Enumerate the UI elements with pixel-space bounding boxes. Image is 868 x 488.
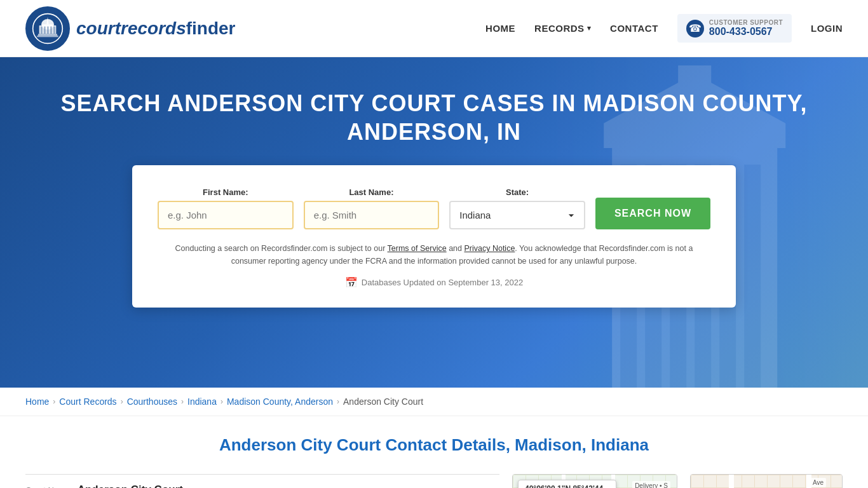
detail-row-court-name: Court Name: Anderson City Court	[25, 474, 499, 488]
breadcrumb-home[interactable]: Home	[25, 396, 49, 407]
state-field-group: State: Indiana Alabama Alaska Arizona Ca…	[449, 187, 585, 229]
search-button[interactable]: SEARCH NOW	[595, 198, 710, 229]
first-name-field-group: First Name:	[158, 187, 294, 229]
breadcrumb-sep-2: ›	[121, 397, 123, 406]
hero-title: SEARCH ANDERSON CITY COURT CASES IN MADI…	[25, 89, 843, 146]
svg-rect-7	[50, 26, 52, 34]
breadcrumb-sep-4: ›	[220, 397, 223, 406]
phone-icon: ☎	[686, 20, 704, 37]
last-name-input[interactable]	[304, 201, 440, 229]
breadcrumb-madison-county[interactable]: Madison County, Anderson	[227, 396, 333, 407]
section-title: Anderson City Court Contact Details, Mad…	[25, 435, 843, 455]
map2-road-v1	[729, 475, 734, 488]
svg-rect-4	[41, 26, 43, 34]
search-card: First Name: Last Name: State: Indiana Al…	[132, 165, 736, 308]
header: courtrecordsfinder HOME RECORDS ▾ CONTAC…	[0, 0, 868, 57]
last-name-field-group: Last Name:	[304, 187, 440, 229]
delivery-label: Delivery • S	[632, 481, 670, 488]
search-fields: First Name: Last Name: State: Indiana Al…	[158, 187, 710, 229]
logo-area: courtrecordsfinder	[25, 6, 236, 51]
breadcrumb-indiana[interactable]: Indiana	[187, 396, 217, 407]
svg-rect-6	[47, 26, 49, 34]
map-coords: 40°06'00.1"N 85°42'44...	[525, 484, 609, 488]
svg-rect-8	[53, 26, 55, 34]
logo-text: courtrecordsfinder	[76, 18, 236, 39]
terms-link[interactable]: Terms of Service	[388, 244, 447, 253]
map-area-2[interactable]: Ave Rail O'Re 📍	[690, 474, 843, 488]
map2-ave-label: Ave	[810, 478, 826, 487]
map-area-1: Delivery • S 40°06'00.1"N 85°42'44... Vi…	[512, 474, 677, 488]
breadcrumb-court-records[interactable]: Court Records	[59, 396, 116, 407]
court-name-value: Anderson City Court	[78, 484, 183, 488]
main-nav: HOME RECORDS ▾ CONTACT ☎ CUSTOMER SUPPOR…	[485, 14, 843, 43]
details-layout: Court Name: Anderson City Court State: I…	[25, 474, 843, 488]
state-select[interactable]: Indiana Alabama Alaska Arizona Californi…	[449, 201, 585, 229]
support-area[interactable]: ☎ CUSTOMER SUPPORT 800-433-0567	[677, 14, 792, 43]
hero-section: SEARCH ANDERSON CITY COURT CASES IN MADI…	[0, 57, 868, 388]
nav-login[interactable]: LOGIN	[811, 23, 843, 34]
state-label: State:	[449, 187, 585, 197]
breadcrumb-sep-5: ›	[337, 397, 339, 406]
privacy-link[interactable]: Privacy Notice	[464, 244, 515, 253]
chevron-down-icon: ▾	[587, 24, 592, 32]
map-container-1[interactable]: Delivery • S 40°06'00.1"N 85°42'44... Vi…	[512, 474, 677, 488]
disclaimer-text: Conducting a search on Recordsfinder.com…	[158, 242, 710, 268]
breadcrumb-courthouses[interactable]: Courthouses	[127, 396, 177, 407]
court-name-label: Court Name:	[25, 485, 72, 488]
first-name-input[interactable]	[158, 201, 294, 229]
svg-rect-10	[37, 35, 58, 37]
calendar-icon: 📅	[345, 276, 358, 288]
svg-rect-2	[43, 24, 53, 25]
breadcrumb-sep-3: ›	[181, 397, 184, 406]
map-tooltip: 40°06'00.1"N 85°42'44... View larger map	[518, 480, 616, 488]
logo-icon	[25, 6, 70, 51]
breadcrumb: Home › Court Records › Courthouses › Ind…	[0, 388, 868, 416]
nav-home[interactable]: HOME	[485, 23, 515, 34]
support-text: CUSTOMER SUPPORT 800-433-0567	[709, 19, 783, 37]
svg-rect-21	[744, 165, 761, 388]
details-left: Court Name: Anderson City Court State: I…	[25, 474, 499, 488]
content-area: Anderson City Court Contact Details, Mad…	[0, 416, 868, 488]
nav-contact[interactable]: CONTACT	[610, 23, 658, 34]
svg-rect-9	[38, 34, 57, 36]
last-name-label: Last Name:	[304, 187, 440, 197]
breadcrumb-sep-1: ›	[53, 397, 55, 406]
breadcrumb-current: Anderson City Court	[343, 396, 423, 407]
nav-records[interactable]: RECORDS ▾	[534, 23, 591, 34]
db-updated: 📅 Databases Updated on September 13, 202…	[158, 276, 710, 288]
first-name-label: First Name:	[158, 187, 294, 197]
svg-rect-5	[44, 26, 46, 34]
